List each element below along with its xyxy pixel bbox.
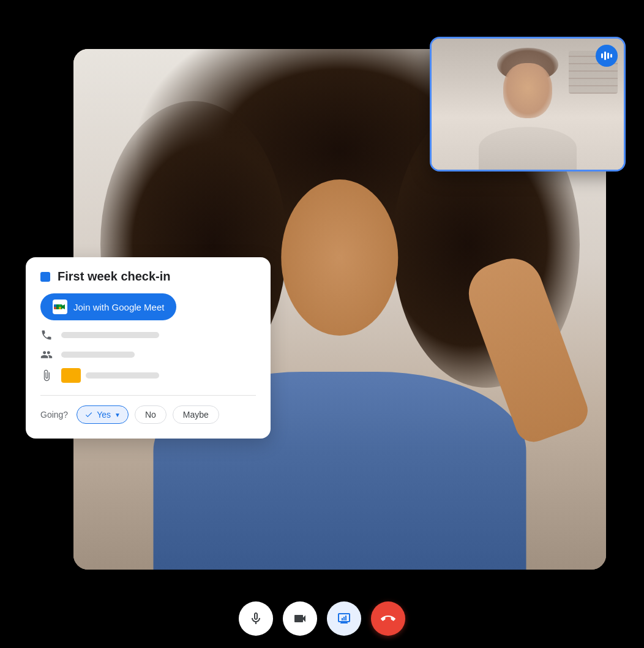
divider — [40, 395, 256, 396]
speaking-bar-3 — [607, 53, 609, 59]
event-title: First week check-in — [58, 269, 171, 284]
rsvp-maybe-label: Maybe — [183, 410, 209, 420]
people-icon — [40, 348, 53, 361]
rsvp-yes-icon — [84, 410, 93, 419]
phone-icon — [40, 329, 53, 341]
rsvp-no-button[interactable]: No — [135, 405, 167, 424]
rsvp-row: Going? Yes ▼ No Maybe — [40, 405, 256, 424]
join-meet-button[interactable]: Join with Google Meet — [40, 293, 176, 320]
svg-rect-3 — [59, 304, 61, 307]
rsvp-yes-button[interactable]: Yes ▼ — [77, 405, 129, 424]
phone-bar — [61, 332, 159, 338]
small-video-person — [432, 39, 624, 170]
attachment-icon — [40, 369, 53, 382]
meet-icon — [53, 300, 67, 314]
speaking-badge — [596, 45, 618, 67]
mic-button[interactable] — [239, 601, 273, 636]
attachment-thumb — [61, 368, 81, 383]
small-video — [430, 37, 626, 171]
rsvp-yes-arrow: ▼ — [114, 412, 121, 418]
speaking-bar-4 — [610, 54, 612, 58]
event-title-row: First week check-in — [40, 269, 256, 284]
speaking-bar-2 — [604, 51, 606, 60]
people-row — [40, 348, 256, 361]
phone-row — [40, 329, 256, 341]
join-button-label: Join with Google Meet — [73, 302, 164, 312]
svg-rect-2 — [54, 307, 56, 309]
end-call-button[interactable] — [371, 601, 405, 636]
rsvp-maybe-button[interactable]: Maybe — [173, 405, 219, 424]
scene: First week check-in Join with Google Mee… — [0, 0, 644, 648]
present-icon — [337, 611, 351, 626]
attachment-bar — [86, 372, 159, 379]
speaking-bar-1 — [601, 53, 603, 58]
rsvp-label: Going? — [40, 410, 68, 420]
rsvp-yes-label: Yes — [97, 410, 111, 420]
microphone-icon — [249, 611, 263, 626]
rsvp-no-label: No — [145, 410, 156, 420]
present-button[interactable] — [327, 601, 361, 636]
svg-rect-1 — [54, 304, 56, 307]
svg-rect-4 — [59, 307, 61, 309]
end-call-icon — [381, 611, 395, 626]
people-bar — [61, 352, 135, 358]
camera-icon — [293, 611, 307, 626]
attachment-row — [40, 368, 256, 383]
camera-button[interactable] — [283, 601, 317, 636]
controls-bar — [239, 601, 405, 636]
event-color-dot — [40, 272, 50, 282]
speaking-bars — [601, 51, 612, 60]
event-card: First week check-in Join with Google Mee… — [26, 257, 271, 439]
